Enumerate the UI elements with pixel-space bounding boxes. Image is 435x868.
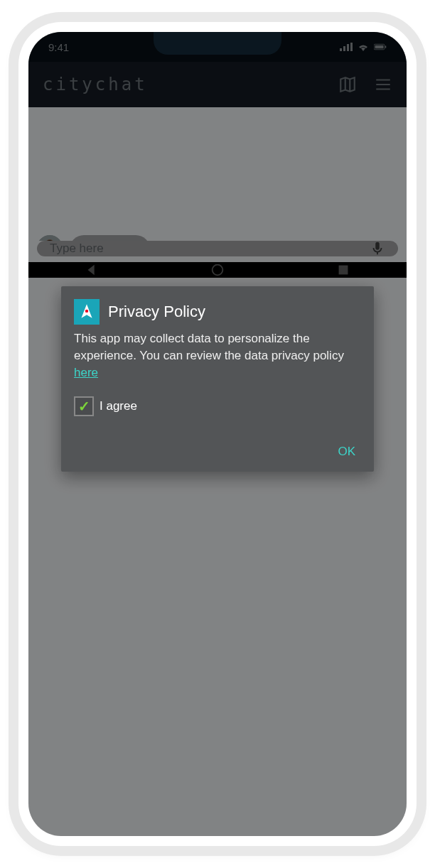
screen: 9:41 citychat Hi, I'm CiciWGWGI'm Cici D… (28, 32, 407, 836)
dialog-body: This app may collect data to personalize… (74, 330, 361, 381)
dialog-title: Privacy Policy (108, 303, 205, 321)
phone-frame: 9:41 citychat Hi, I'm CiciWGWGI'm Cici D… (18, 22, 417, 846)
privacy-policy-link[interactable]: here (74, 366, 98, 379)
svg-point-30 (85, 310, 88, 313)
agree-checkbox[interactable]: ✓ (74, 396, 94, 416)
agree-label: I agree (100, 399, 137, 413)
ok-button[interactable]: OK (338, 445, 355, 459)
dialog-body-text: This app may collect data to personalize… (74, 332, 344, 362)
privacy-dialog: Privacy Policy This app may collect data… (61, 286, 374, 472)
dialog-app-icon (74, 299, 100, 325)
notch (154, 32, 281, 55)
checkmark-icon: ✓ (78, 398, 90, 415)
agree-checkbox-row[interactable]: ✓ I agree (74, 396, 361, 416)
